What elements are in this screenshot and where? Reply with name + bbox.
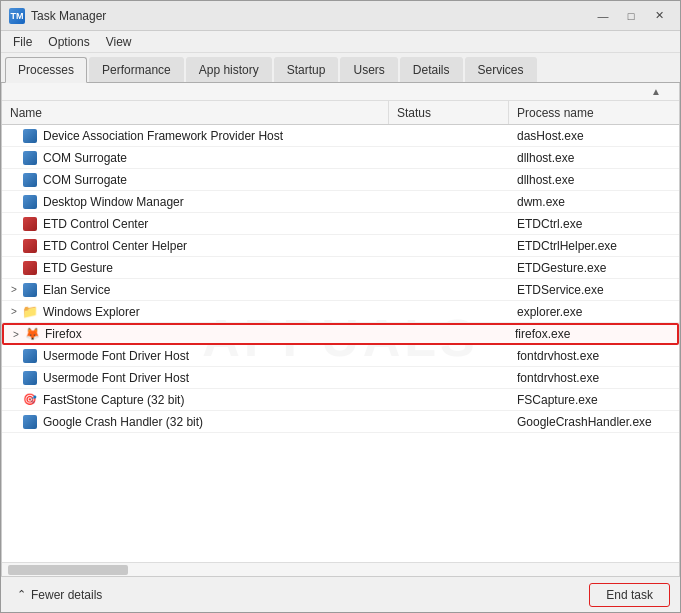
process-name-label: Google Crash Handler (32 bit) [43, 415, 203, 429]
row-expand-icon[interactable]: > [6, 306, 22, 317]
table-row[interactable]: COM Surrogate dllhost.exe [2, 169, 679, 191]
table-row[interactable]: ETD Gesture ETDGesture.exe [2, 257, 679, 279]
tab-details[interactable]: Details [400, 57, 463, 82]
row-process-cell: dllhost.exe [509, 173, 679, 187]
row-process-cell: fontdrvhost.exe [509, 371, 679, 385]
tab-processes[interactable]: Processes [5, 57, 87, 83]
process-icon [22, 282, 38, 298]
process-name-label: Device Association Framework Provider Ho… [43, 129, 283, 143]
row-process-cell: FSCapture.exe [509, 393, 679, 407]
row-process-cell: ETDCtrlHelper.exe [509, 239, 679, 253]
table-row[interactable]: > 🦊 Firefox firefox.exe [2, 323, 679, 345]
table-row[interactable]: ETD Control Center ETDCtrl.exe [2, 213, 679, 235]
row-name-cell: Desktop Window Manager [2, 194, 389, 210]
row-process-cell: fontdrvhost.exe [509, 349, 679, 363]
table-body[interactable]: APPUALS Device Association Framework Pro… [2, 125, 679, 562]
task-manager-window: TM Task Manager — □ ✕ File Options View … [0, 0, 681, 613]
tabs-bar: Processes Performance App history Startu… [1, 53, 680, 83]
row-process-cell: ETDGesture.exe [509, 261, 679, 275]
process-name-label: Elan Service [43, 283, 110, 297]
hscroll-thumb[interactable] [8, 565, 128, 575]
tab-app-history[interactable]: App history [186, 57, 272, 82]
row-name-cell: COM Surrogate [2, 172, 389, 188]
row-name-cell: Google Crash Handler (32 bit) [2, 414, 389, 430]
table-row[interactable]: > Elan Service ETDService.exe [2, 279, 679, 301]
chevron-down-icon: ⌃ [17, 588, 26, 601]
row-name-cell: > Elan Service [2, 282, 389, 298]
menu-options[interactable]: Options [40, 33, 97, 51]
row-name-cell: Usermode Font Driver Host [2, 370, 389, 386]
row-expand-icon[interactable]: > [8, 329, 24, 340]
sort-arrow-icon: ▲ [651, 86, 661, 97]
process-name-label: ETD Control Center [43, 217, 148, 231]
process-name-label: FastStone Capture (32 bit) [43, 393, 184, 407]
process-icon: 🦊 [24, 326, 40, 342]
menu-bar: File Options View [1, 31, 680, 53]
row-name-cell: > 🦊 Firefox [4, 326, 387, 342]
table-row[interactable]: Google Crash Handler (32 bit) GoogleCras… [2, 411, 679, 433]
tab-services[interactable]: Services [465, 57, 537, 82]
row-process-cell: ETDService.exe [509, 283, 679, 297]
fewer-details-button[interactable]: ⌃ Fewer details [11, 584, 108, 606]
process-icon [22, 128, 38, 144]
header-status[interactable]: Status [389, 101, 509, 124]
minimize-button[interactable]: — [590, 6, 616, 26]
tab-performance[interactable]: Performance [89, 57, 184, 82]
process-name-label: ETD Control Center Helper [43, 239, 187, 253]
window-title: Task Manager [31, 9, 590, 23]
menu-file[interactable]: File [5, 33, 40, 51]
maximize-button[interactable]: □ [618, 6, 644, 26]
process-name-label: Usermode Font Driver Host [43, 349, 189, 363]
process-name-label: Usermode Font Driver Host [43, 371, 189, 385]
process-name-label: ETD Gesture [43, 261, 113, 275]
table-row[interactable]: Usermode Font Driver Host fontdrvhost.ex… [2, 345, 679, 367]
row-name-cell: Device Association Framework Provider Ho… [2, 128, 389, 144]
process-name-label: Windows Explorer [43, 305, 140, 319]
content-area: ▲ Name Status Process name APPUALS Devic… [1, 83, 680, 576]
row-process-cell: firefox.exe [507, 327, 677, 341]
row-name-cell: > 📁 Windows Explorer [2, 304, 389, 320]
process-name-label: Desktop Window Manager [43, 195, 184, 209]
table-row[interactable]: Desktop Window Manager dwm.exe [2, 191, 679, 213]
row-process-cell: dasHost.exe [509, 129, 679, 143]
process-icon [22, 172, 38, 188]
row-process-cell: ETDCtrl.exe [509, 217, 679, 231]
end-task-button[interactable]: End task [589, 583, 670, 607]
process-icon [22, 150, 38, 166]
table-row[interactable]: Usermode Font Driver Host fontdrvhost.ex… [2, 367, 679, 389]
title-controls: — □ ✕ [590, 6, 672, 26]
process-name-label: Firefox [45, 327, 82, 341]
header-name[interactable]: Name [2, 101, 389, 124]
process-icon [22, 260, 38, 276]
app-icon: TM [9, 8, 25, 24]
table-row[interactable]: COM Surrogate dllhost.exe [2, 147, 679, 169]
bottom-bar: ⌃ Fewer details End task [1, 576, 680, 612]
row-name-cell: ETD Control Center [2, 216, 389, 232]
horizontal-scrollbar[interactable] [2, 562, 679, 576]
process-icon [22, 238, 38, 254]
tab-users[interactable]: Users [340, 57, 397, 82]
row-process-cell: dllhost.exe [509, 151, 679, 165]
row-name-cell: ETD Gesture [2, 260, 389, 276]
title-bar: TM Task Manager — □ ✕ [1, 1, 680, 31]
row-process-cell: explorer.exe [509, 305, 679, 319]
table-header: Name Status Process name [2, 101, 679, 125]
table-row[interactable]: > 📁 Windows Explorer explorer.exe [2, 301, 679, 323]
process-icon [22, 370, 38, 386]
tab-startup[interactable]: Startup [274, 57, 339, 82]
fewer-details-label: Fewer details [31, 588, 102, 602]
table-row[interactable]: Device Association Framework Provider Ho… [2, 125, 679, 147]
row-name-cell: COM Surrogate [2, 150, 389, 166]
close-button[interactable]: ✕ [646, 6, 672, 26]
menu-view[interactable]: View [98, 33, 140, 51]
row-name-cell: Usermode Font Driver Host [2, 348, 389, 364]
row-expand-icon[interactable]: > [6, 284, 22, 295]
sort-arrow-bar: ▲ [2, 83, 679, 101]
process-icon [22, 414, 38, 430]
table-row[interactable]: 🎯 FastStone Capture (32 bit) FSCapture.e… [2, 389, 679, 411]
table-row[interactable]: ETD Control Center Helper ETDCtrlHelper.… [2, 235, 679, 257]
process-name-label: COM Surrogate [43, 173, 127, 187]
row-process-cell: GoogleCrashHandler.exe [509, 415, 679, 429]
header-process-name[interactable]: Process name [509, 101, 679, 124]
process-icon [22, 348, 38, 364]
